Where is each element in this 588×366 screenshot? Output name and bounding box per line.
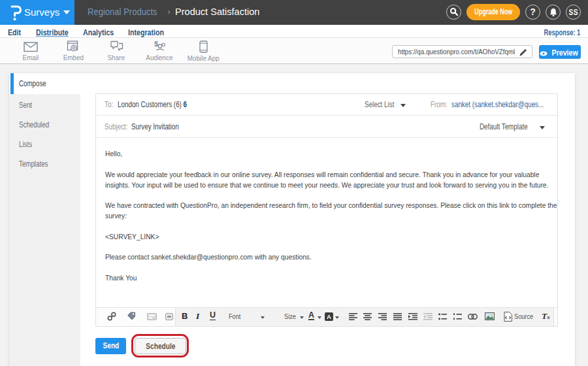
svg-text:$: $ xyxy=(154,41,158,48)
